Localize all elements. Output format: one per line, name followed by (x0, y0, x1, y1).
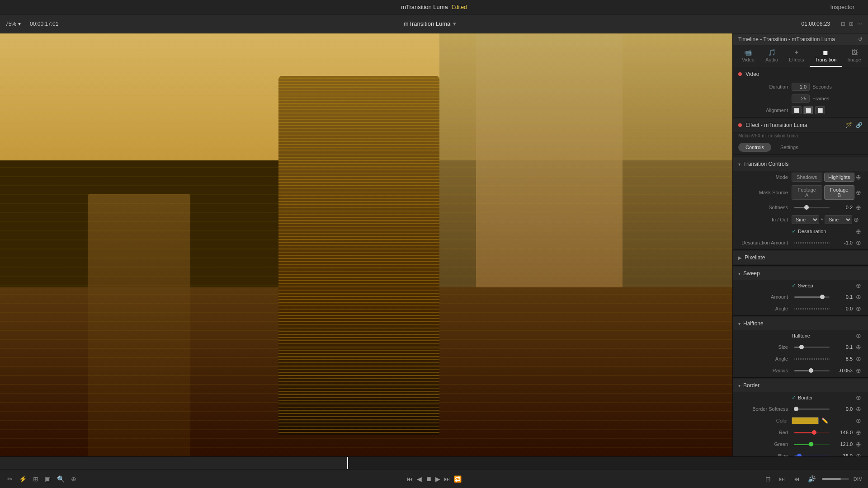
inspector-button[interactable]: Inspector (830, 4, 854, 10)
pixellate-section[interactable]: ▶ Pixellate (733, 251, 868, 264)
fullscreen-icon[interactable]: ⊡ (764, 474, 773, 484)
green-add[interactable]: ⊕ (854, 440, 863, 448)
bd-softness-slider[interactable] (794, 408, 830, 410)
tab-effects[interactable]: ✦ Effects (783, 45, 809, 67)
divider-2 (733, 156, 868, 156)
controls-tab[interactable]: Controls (738, 143, 771, 152)
skip-icon[interactable]: ⏭ (777, 474, 787, 484)
sweep-amount-add[interactable]: ⊕ (854, 293, 863, 301)
halftone-section[interactable]: ▾ Halftone (733, 317, 868, 330)
sweep-amount-slider[interactable] (794, 296, 830, 298)
border-check[interactable]: ✓ (792, 394, 796, 401)
zoom-in-icon[interactable]: 🔍 (55, 474, 66, 484)
stop-btn[interactable]: ⏹ (425, 475, 432, 483)
sweep-checkbox-row: ✓ Sweep ⊕ (733, 280, 868, 291)
green-slider[interactable] (794, 444, 830, 445)
sweep-cb-add[interactable]: ⊕ (854, 282, 863, 290)
ht-angle-slider[interactable] (794, 358, 830, 360)
loop-btn[interactable]: 🔁 (454, 475, 462, 483)
end-icon[interactable]: ⏮ (792, 474, 802, 484)
link-icon[interactable]: 🔗 (856, 122, 863, 128)
prev-frame-btn[interactable]: ◀ (417, 475, 422, 483)
tab-audio[interactable]: 🎵 Audio (760, 45, 783, 67)
desat-amount-slider[interactable] (794, 242, 830, 244)
scrubber-bar[interactable] (0, 456, 868, 469)
highlights-btn[interactable]: Highlights (824, 173, 855, 182)
ht-angle-label: Angle (738, 356, 788, 361)
divider-6 (733, 377, 868, 378)
ht-size-slider[interactable] (794, 347, 830, 348)
in-select[interactable]: SineLinear (792, 215, 819, 224)
align-right-btn[interactable]: ⬜ (815, 106, 825, 114)
reset-icon[interactable]: ↺ (858, 36, 863, 42)
shadows-btn[interactable]: Shadows (792, 173, 822, 182)
inout-add-btn[interactable]: ⊕ (852, 216, 860, 224)
desat-amount-add-btn[interactable]: ⊕ (854, 239, 863, 247)
edit-mode-icon[interactable]: ✂ (5, 474, 14, 484)
border-section[interactable]: ▾ Border (733, 379, 868, 392)
red-slider[interactable] (794, 432, 830, 433)
ht-cb-add[interactable]: ⊕ (854, 332, 863, 340)
tab-transition[interactable]: ◼ Transition (810, 45, 842, 67)
inspector-tab-bar: 📹 Video 🎵 Audio ✦ Effects ◼ Transition 🖼… (733, 45, 868, 67)
settings-tab[interactable]: Settings (773, 143, 806, 152)
control-settings-tabs: Controls Settings (733, 140, 868, 155)
align-center-btn[interactable]: ⬜ (803, 106, 813, 114)
dim-label[interactable]: DIM (854, 476, 863, 482)
clip-dropdown-arrow[interactable]: ▾ (453, 20, 456, 27)
bottom-tools: ✂ ⚡ ⊞ ▣ 🔍 ⊕ (5, 474, 403, 484)
desat-amount-value: -1.0 (832, 240, 853, 245)
tab-image[interactable]: 🖼 Image (842, 45, 867, 67)
select-icon[interactable]: ⊞ (31, 474, 40, 484)
blade-icon[interactable]: ⚡ (17, 474, 28, 484)
color-add[interactable]: ⊕ (854, 417, 863, 425)
duration-value[interactable] (792, 83, 810, 91)
go-start-btn[interactable]: ⏮ (407, 475, 413, 483)
volume-icon[interactable]: 🔊 (806, 474, 817, 484)
sweep-angle-add[interactable]: ⊕ (854, 305, 863, 313)
desat-add-btn[interactable]: ⊕ (854, 227, 863, 235)
sweep-angle-slider[interactable] (794, 308, 830, 310)
sweep-angle-label: Angle (738, 306, 788, 311)
wand-icon[interactable]: 🪄 (845, 122, 852, 128)
duration-unit: Seconds (812, 84, 832, 89)
zoom-selector[interactable]: 75% ▾ (5, 21, 21, 27)
monitor-icon[interactable]: ⊡ (841, 21, 845, 27)
play-btn[interactable]: ▶ (435, 475, 440, 483)
ht-radius-add[interactable]: ⊕ (854, 366, 863, 375)
frames-value[interactable] (792, 94, 810, 103)
ht-angle-add[interactable]: ⊕ (854, 355, 863, 363)
mode-row: Mode Shadows Highlights ⊕ (733, 171, 868, 183)
out-select[interactable]: SineLinear (825, 215, 852, 224)
align-left-btn[interactable]: ⬜ (792, 106, 802, 114)
bd-softness-add[interactable]: ⊕ (854, 405, 863, 413)
red-add[interactable]: ⊕ (854, 428, 863, 436)
ht-size-add[interactable]: ⊕ (854, 343, 863, 351)
tab-video[interactable]: 📹 Video (736, 45, 760, 67)
color-swatch[interactable] (792, 417, 819, 424)
volume-bar[interactable] (822, 478, 849, 480)
hand-icon[interactable]: ⊕ (69, 474, 78, 484)
sweep-section[interactable]: ▾ Sweep (733, 267, 868, 280)
bd-cb-add[interactable]: ⊕ (854, 394, 863, 402)
transition-controls-section[interactable]: ▾ Transition Controls (733, 157, 868, 171)
sweep-check[interactable]: ✓ (792, 282, 796, 289)
blue-add[interactable]: ⊕ (854, 452, 863, 456)
eyedropper-icon[interactable]: ✏️ (821, 418, 828, 424)
effect-dot (738, 123, 742, 127)
mask-add-btn[interactable]: ⊕ (854, 188, 863, 197)
more-icon[interactable]: ⋯ (857, 21, 863, 27)
desat-amount-row: Desaturation Amount -1.0 ⊕ (733, 237, 868, 249)
ht-radius-slider[interactable] (794, 370, 830, 371)
footage-b-btn[interactable]: Footage B (824, 185, 855, 200)
softness-slider[interactable] (794, 207, 830, 208)
mode-add-btn[interactable]: ⊕ (854, 173, 863, 181)
footage-a-btn[interactable]: Footage A (792, 185, 822, 200)
next-frame-btn[interactable]: ⏭ (444, 475, 450, 483)
inout-dot: • (821, 216, 823, 223)
crop-icon[interactable]: ▣ (43, 474, 52, 484)
grid-icon[interactable]: ⊞ (849, 21, 854, 27)
scrubber-head[interactable] (347, 457, 348, 469)
desaturation-check[interactable]: ✓ (792, 228, 796, 235)
softness-add-btn[interactable]: ⊕ (854, 203, 863, 211)
